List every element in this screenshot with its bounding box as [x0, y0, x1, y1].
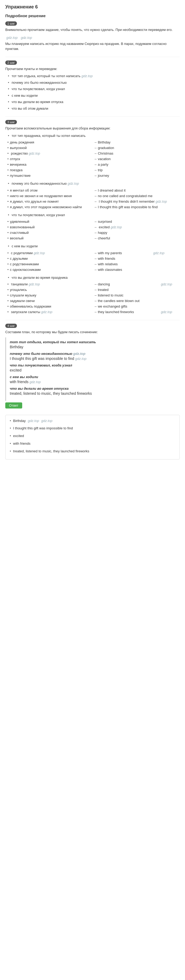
activities-table: танцевали gdz.top dancing gdz.top угощал…: [5, 282, 180, 315]
table-cell-ru: угощались: [5, 287, 92, 293]
table-row: выпускной graduation: [5, 145, 180, 151]
table-row: отпуск vacation: [5, 156, 180, 162]
answer-bullet-3: • excited: [10, 433, 175, 439]
answer-item-5: • treated, listened to music, they launc…: [10, 449, 175, 454]
list-item: тот тип отдыха, который ты хотел написат…: [8, 73, 180, 79]
step-2-label: 2 шаг: [5, 60, 17, 65]
table-row: с родственниками with relatives: [5, 261, 180, 267]
table-row: рождество gdz.top Christmas: [5, 151, 180, 156]
table-row: день рождения Birthday: [5, 140, 180, 145]
table-cell-en: I thought this gift was impossible to fi…: [92, 204, 180, 210]
step-4-text: Составим план, по которому мы будем писа…: [5, 329, 180, 335]
answer-item-3: • excited: [10, 433, 175, 439]
divider-3: [5, 320, 180, 320]
answer-button[interactable]: Ответ: [5, 402, 22, 409]
step-1-text: Внимательно прочитаем задание, чтобы пон…: [5, 27, 172, 32]
answer-bullet-1: • Birthday gdz.top gdz.top: [10, 418, 175, 424]
table-cell-ru: я думал, что друзья не помнят: [5, 199, 92, 204]
table-cell-ru: с родителями gdz.top: [5, 250, 92, 256]
list-item: что вы об этом думали: [8, 106, 180, 111]
exercise-title: Упражнение 6: [5, 4, 180, 10]
table-row: с друзьями with friends: [5, 256, 180, 261]
plan-point-3-value: excited: [10, 368, 176, 372]
table-row: поездка trip: [5, 167, 180, 173]
table-cell-ru: слушали музыку: [5, 293, 92, 298]
table-cell-ru: отпуск: [5, 156, 92, 162]
table-cell-en: Christmas: [92, 151, 180, 156]
plan-point-4-value: with friends gdz.top: [10, 380, 176, 384]
table-cell-ru: задували свечи: [5, 298, 92, 304]
step-2-list: тот тип отдыха, который ты хотел написат…: [5, 73, 180, 111]
divider-1: [5, 57, 180, 57]
list-item: что вы делали во время праздника: [8, 275, 180, 280]
table-cell-en: surprised: [92, 219, 180, 224]
answer-section: • Birthday gdz.top gdz.top • I thought t…: [5, 415, 180, 460]
answer-item-4: • with friends: [10, 441, 175, 447]
list-item: тот тип праздника, который ты хотел напи…: [8, 133, 180, 138]
table-cell-en: I thought my friends didn't remember gdz…: [92, 199, 180, 204]
section-subtitle: Подробное решение: [5, 13, 180, 18]
plan-block: тот тип отдыха, который ты хотел написат…: [5, 337, 180, 401]
step-2-block: 2 шаг Прочитаем пункты и переведем: тот …: [5, 60, 180, 111]
table-cell-ru: веселый: [5, 235, 92, 241]
answer-bullet-5: • treated, listened to music, they launc…: [10, 449, 175, 454]
step-2-text: Прочитаем пункты и переведем:: [5, 66, 180, 72]
watermark-1: gdz.top: [6, 36, 18, 40]
step-3-label: 3 шаг: [5, 120, 17, 124]
step-4-label: 4 шаг: [5, 324, 17, 328]
table-cell-en: excited gdz.top: [92, 224, 180, 230]
feelings-table: удивленный surprised взволнованный excit…: [5, 219, 180, 241]
table-cell-en: vacation: [92, 156, 180, 162]
table-row: взволнованный excited gdz.top: [5, 224, 180, 230]
table-cell-en: with my parents: [92, 250, 151, 256]
plan-point-3: что ты почувствовал, когда узнал excited: [10, 363, 176, 372]
watermark-2: gdz.top: [21, 36, 32, 40]
table-row: никто не звонил и не поздравлял меня no …: [5, 193, 180, 199]
table-cell-ru: с одноклассниками: [5, 267, 92, 272]
table-cell-ru: удивленный: [5, 219, 92, 224]
table-row: путешествие journey: [5, 173, 180, 178]
table-cell-en: the candles were blown out: [92, 298, 159, 304]
table-cell-ru: счастливый: [5, 230, 92, 235]
plan-point-5-value: treated, listened to music, they launche…: [10, 391, 176, 396]
answer-item-2: • I thought this gift was impossible to …: [10, 426, 175, 431]
table-cell-ru: с друзьями: [5, 256, 92, 261]
plan-point-2-value: I thought this gift was impossible to fi…: [10, 356, 176, 361]
plan-point-4-title: с кем вы ходили: [10, 375, 176, 379]
table-cell-en: Birthday: [92, 140, 180, 145]
step-1-subtext: Мы планируем написать историю под назван…: [5, 41, 180, 51]
table-row: я думал, что друзья не помнят I thought …: [5, 199, 180, 204]
table-cell-en: happy: [92, 230, 180, 235]
list-item: с кем вы ходили: [8, 93, 180, 98]
list-item: почему это было неожиданностью gdz.top: [8, 181, 180, 186]
plan-point-5-title: что вы делали во время отпуска: [10, 387, 176, 391]
step-1-block: 1 шаг Внимательно прочитаем задание, что…: [5, 21, 180, 51]
feelings-section: что ты почувствовал, когда узнал: [5, 212, 180, 218]
why-unexpected-section: почему это было неожиданностью gdz.top: [5, 181, 180, 186]
table-cell-en: treated: [92, 287, 159, 293]
holiday-type-table: день рождения Birthday выпускной graduat…: [5, 140, 180, 178]
list-item: с кем вы ходили: [8, 243, 180, 249]
table-cell-ru: с родственниками: [5, 261, 92, 267]
plan-point-2-title: почему это было неожиданностью gdz.top: [10, 352, 176, 356]
table-row: счастливый happy: [5, 230, 180, 235]
list-item: что вы делали во время отпуска: [8, 99, 180, 105]
step-3-block: 3 шаг Прочитаем вспомогательные выражени…: [5, 120, 180, 315]
table-cell-ru: я думал, что этот подарок невозможно най…: [5, 204, 92, 210]
table-row: я думал, что этот подарок невозможно най…: [5, 204, 180, 210]
table-cell-en: journey: [92, 173, 180, 178]
plan-point-2: почему это было неожиданностью gdz.top I…: [10, 352, 176, 361]
table-cell-ru: день рождения: [5, 140, 92, 145]
table-cell-en: cheerful: [92, 235, 180, 241]
table-row: угощались treated: [5, 287, 180, 293]
table-cell-ru: выпускной: [5, 145, 92, 151]
table-cell-en: a party: [92, 162, 180, 167]
table-cell-en: I dreamed about it: [92, 188, 180, 193]
why-unexpected-table: я мечтал об этом I dreamed about it никт…: [5, 188, 180, 210]
page-container: Упражнение 6 Подробное решение 1 шаг Вни…: [0, 0, 185, 469]
list-item: почему это было неожиданностью: [8, 80, 180, 85]
list-item: что ты почувствовал, когда узнал: [8, 86, 180, 92]
table-cell-en: dancing: [92, 282, 159, 287]
table-cell-ru: рождество gdz.top: [5, 151, 92, 156]
step-3-holiday-type: тот тип праздника, который ты хотел напи…: [5, 133, 180, 138]
